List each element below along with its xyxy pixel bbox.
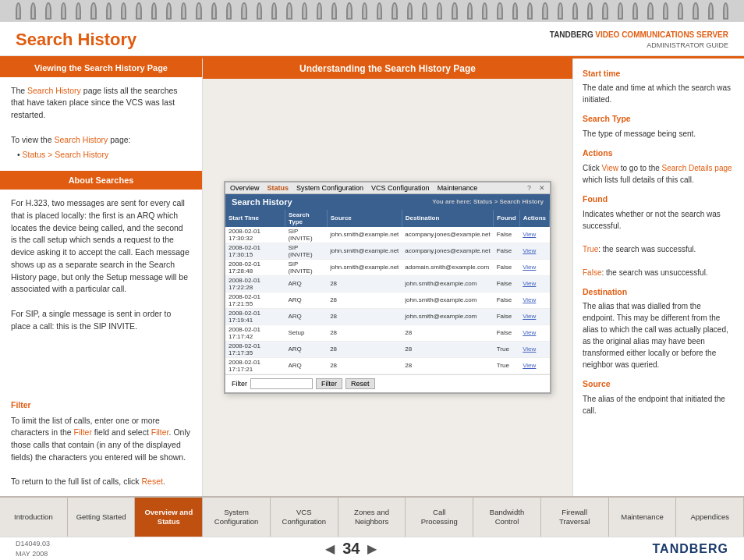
- filter-title: Filter: [11, 399, 191, 412]
- ss-nav-system[interactable]: System Configuration: [296, 184, 363, 192]
- binding-dot: [121, 2, 126, 19]
- ss-filter-row: Filter Filter Reset: [225, 374, 550, 392]
- col-source: Source: [327, 210, 402, 227]
- binding-dot: [45, 2, 51, 19]
- binding-dot: [482, 2, 487, 19]
- tab-vcs-config[interactable]: VCSConfiguration: [271, 498, 338, 537]
- binding-dot: [241, 2, 246, 19]
- ss-reset-button[interactable]: Reset: [345, 378, 375, 389]
- binding-dot: [647, 2, 653, 19]
- screenshot: Overview Status System Configuration VCS…: [224, 181, 551, 394]
- footer-brand: TANDBERG: [653, 542, 728, 556]
- binding-dot: [331, 2, 337, 19]
- rs-found-text: Indicates whether or not the search was …: [583, 208, 735, 278]
- tab-overview-status[interactable]: Overview andStatus: [135, 498, 203, 537]
- ss-nav-maintenance[interactable]: Maintenance: [438, 184, 478, 192]
- binding-dot: [61, 2, 66, 19]
- binding-dot: [602, 2, 608, 19]
- brand-product: VIDEO COMMUNICATIONS SERVER: [595, 30, 728, 39]
- binding-dot: [542, 2, 547, 19]
- ss-nav-help[interactable]: ?: [527, 184, 531, 192]
- binding-dot: [286, 2, 292, 19]
- brand-guide: ADMINISTRATOR GUIDE: [550, 41, 728, 51]
- col-actions: Actions: [519, 210, 549, 227]
- rs-true-label: True: [583, 245, 598, 253]
- next-page-button[interactable]: ▶: [367, 541, 377, 556]
- search-history-link1[interactable]: Search History: [27, 86, 81, 95]
- title-bar: Search History TANDBERG VIDEO COMMUNICAT…: [0, 22, 744, 56]
- reset-link[interactable]: Reset: [141, 477, 162, 486]
- main-content: Search History TANDBERG VIDEO COMMUNICAT…: [0, 22, 744, 560]
- filter-link[interactable]: Filter: [74, 427, 92, 437]
- rs-destination-title: Destination: [583, 286, 735, 299]
- ss-nav-overview[interactable]: Overview: [230, 184, 260, 192]
- brand-name: TANDBERG VIDEO COMMUNICATIONS SERVER: [550, 30, 728, 41]
- binding-dot: [723, 2, 728, 19]
- binding-dot: [618, 2, 623, 19]
- rs-false-label: False: [583, 268, 601, 277]
- binding-dot: [572, 2, 578, 19]
- filter-text: To limit the list of calls, enter one or…: [11, 415, 191, 464]
- status-nav-link[interactable]: Status > Search History: [23, 150, 109, 159]
- binding-dot: [452, 2, 457, 19]
- tab-maintenance[interactable]: Maintenance: [609, 498, 677, 537]
- tab-getting-started[interactable]: Getting Started: [68, 498, 136, 537]
- binding-dot: [558, 2, 563, 19]
- right-sidebar: Start time The date and time at which th…: [572, 58, 744, 496]
- col-search-type: Search Type: [285, 210, 327, 227]
- table-row: 2008-02-01 17:30:15SIP (INVITE)john.smit…: [225, 243, 550, 259]
- table-row: 2008-02-01 17:17:21ARQ2828TrueView: [225, 357, 550, 374]
- center-header: Understanding the Search History Page: [203, 58, 572, 79]
- tab-call-processing[interactable]: CallProcessing: [406, 498, 473, 537]
- rs-source-text: The alias of the endpoint that initiated…: [583, 393, 735, 416]
- ss-nav-vcs[interactable]: VCS Configuration: [371, 184, 430, 192]
- prev-page-button[interactable]: ◀: [325, 541, 335, 556]
- ss-filter-input[interactable]: [250, 378, 313, 389]
- binding-dot: [30, 2, 36, 19]
- tab-bandwidth[interactable]: BandwidthControl: [473, 498, 541, 537]
- table-row: 2008-02-01 17:19:41ARQ28john.smith@examp…: [225, 308, 550, 324]
- reset-text: To return to the full list of calls, cli…: [11, 476, 191, 488]
- binding-dot: [76, 2, 81, 19]
- nav-tabs: Introduction Getting Started Overview an…: [0, 498, 744, 537]
- ss-filter-label: Filter: [232, 380, 247, 388]
- tab-firewall[interactable]: FirewallTraversal: [541, 498, 609, 537]
- binding-dots: [0, 2, 744, 19]
- ss-filter-button[interactable]: Filter: [316, 378, 342, 389]
- screenshot-area: Overview Status System Configuration VCS…: [203, 79, 572, 496]
- view-link[interactable]: View: [601, 164, 618, 172]
- about-searches-header: About Searches: [0, 171, 202, 190]
- binding-dot: [90, 2, 96, 19]
- ss-nav-status[interactable]: Status: [267, 184, 289, 192]
- col-start-time: Start Time: [225, 210, 285, 227]
- ss-page-title: Search History: [232, 197, 292, 207]
- tab-appendices[interactable]: Appendices: [676, 498, 744, 537]
- binding-dot: [678, 2, 683, 19]
- tab-zones-neighbors[interactable]: Zones andNeighbors: [338, 498, 406, 537]
- footer-doc-id: D14049.03: [16, 539, 50, 549]
- binding-dot: [663, 2, 668, 19]
- binding-dot: [587, 2, 593, 19]
- content-body: Viewing the Search History Page The Sear…: [0, 58, 744, 496]
- table-row: 2008-02-01 17:30:32SIP (INVITE)john.smit…: [225, 227, 550, 243]
- rs-search-type-text: The type of message being sent.: [583, 128, 735, 140]
- footer-doc-info: D14049.03 MAY 2008: [16, 539, 50, 558]
- binding-dot: [632, 2, 638, 19]
- rs-destination-text: The alias that was dialled from the endp…: [583, 300, 735, 370]
- left-sidebar: Viewing the Search History Page The Sear…: [0, 58, 203, 496]
- search-details-link[interactable]: Search Details page: [662, 164, 732, 172]
- tab-system-config[interactable]: SystemConfiguration: [203, 498, 271, 537]
- about-searches-text: For H.323, two messages are sent for eve…: [0, 190, 202, 340]
- search-history-link2[interactable]: Search History: [54, 135, 108, 144]
- bottom-nav: Introduction Getting Started Overview an…: [0, 496, 744, 537]
- binding-dot: [317, 2, 322, 19]
- rs-actions-title: Actions: [583, 147, 735, 160]
- binding-dot: [437, 2, 442, 19]
- tab-introduction[interactable]: Introduction: [0, 498, 68, 537]
- ss-nav-close[interactable]: ✕: [539, 184, 545, 192]
- table-row: 2008-02-01 17:28:48SIP (INVITE)john.smit…: [225, 259, 550, 275]
- table-row: 2008-02-01 17:22:28ARQ28john.smith@examp…: [225, 275, 550, 292]
- center-content: Understanding the Search History Page Ov…: [203, 58, 572, 496]
- table-row: 2008-02-01 17:21:55ARQ28john.smith@examp…: [225, 292, 550, 308]
- filter-select-link[interactable]: Filter: [151, 427, 169, 437]
